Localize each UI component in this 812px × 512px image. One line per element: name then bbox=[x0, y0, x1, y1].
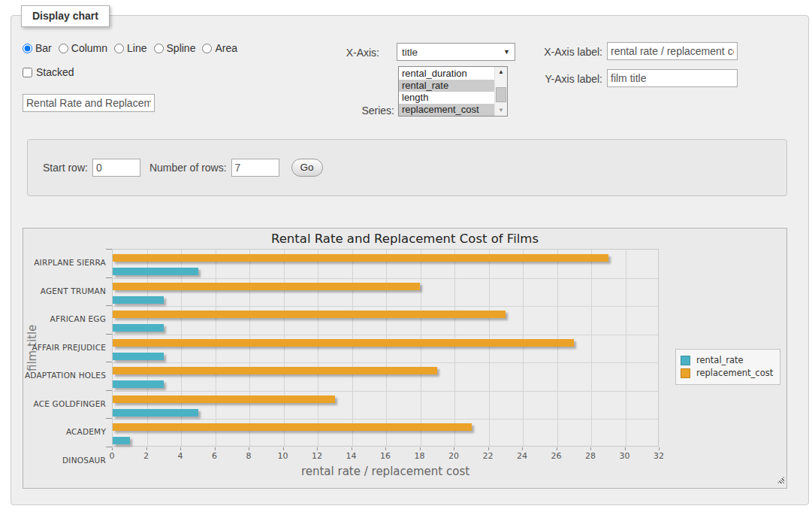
series-scrollbar[interactable]: ▲ ▼ bbox=[494, 67, 507, 116]
y-tick bbox=[106, 249, 112, 250]
x-axis-title: rental rate / replacement cost bbox=[112, 465, 659, 478]
chart-type-radio-label: Bar bbox=[35, 42, 52, 54]
x-tick bbox=[420, 447, 421, 450]
gridline bbox=[626, 250, 626, 446]
x-tick-label: 32 bbox=[647, 451, 670, 461]
start-row-input[interactable] bbox=[92, 159, 140, 177]
gridline bbox=[523, 250, 524, 446]
bar-rental_rate bbox=[113, 380, 164, 388]
chart-type-option-spline: Spline bbox=[154, 42, 196, 54]
legend-item-replacement_cost: replacement_cost bbox=[681, 368, 773, 378]
category-label: ACE GOLDFINGER bbox=[23, 390, 106, 419]
gridline bbox=[284, 250, 285, 446]
gridline bbox=[454, 250, 455, 446]
bar-replacement_cost bbox=[113, 423, 472, 431]
chart-type-option-column: Column bbox=[59, 42, 107, 54]
chart-type-radio-spline[interactable] bbox=[154, 44, 164, 53]
number-of-rows-label: Number of rows: bbox=[149, 162, 227, 174]
category-label: AIRPLANE SIERRA bbox=[23, 249, 106, 277]
category-label: AGENT TRUMAN bbox=[23, 277, 106, 306]
chart-title-input[interactable] bbox=[23, 94, 155, 112]
category-label: ACADEMY DINOSAUR bbox=[23, 418, 106, 447]
x-axis-label-input[interactable] bbox=[607, 42, 738, 60]
gridline bbox=[557, 250, 558, 446]
x-tick-label: 2 bbox=[135, 451, 158, 461]
series-option-rental_rate[interactable]: rental_rate bbox=[399, 80, 494, 92]
x-tick bbox=[215, 447, 216, 450]
y-axis-label-input[interactable] bbox=[607, 69, 738, 87]
x-tick bbox=[146, 447, 147, 450]
x-tick bbox=[454, 447, 454, 450]
scroll-up-icon[interactable]: ▲ bbox=[495, 67, 507, 77]
x-tick-label: 22 bbox=[477, 451, 500, 461]
scrollbar-thumb[interactable] bbox=[496, 87, 506, 102]
plot-area bbox=[112, 249, 659, 447]
y-tick bbox=[106, 277, 112, 278]
x-axis-select[interactable]: title ▼ bbox=[397, 43, 515, 61]
gridline bbox=[113, 419, 658, 420]
legend-swatch-icon bbox=[681, 368, 690, 378]
x-tick-label: 24 bbox=[511, 451, 533, 461]
bar-replacement_cost bbox=[113, 311, 506, 318]
y-tick bbox=[106, 390, 112, 391]
x-tick-label: 28 bbox=[579, 451, 602, 461]
x-axis-label-field-label: X-Axis label: bbox=[539, 46, 602, 58]
gridline bbox=[113, 391, 658, 392]
chart-container: Rental Rate and Replacement Cost of Film… bbox=[23, 228, 787, 489]
x-tick-label: 20 bbox=[442, 451, 465, 461]
gridline bbox=[249, 250, 250, 446]
gridline bbox=[421, 250, 421, 446]
x-tick bbox=[249, 447, 249, 450]
gridline bbox=[489, 250, 490, 446]
legend-item-rental_rate: rental_rate bbox=[681, 355, 773, 365]
gridline bbox=[591, 250, 592, 446]
x-tick bbox=[590, 447, 591, 450]
chart-legend: rental_ratereplacement_cost bbox=[675, 349, 780, 385]
series-multiselect[interactable]: rental_durationrental_ratelengthreplacem… bbox=[398, 66, 508, 117]
y-tick bbox=[106, 334, 112, 335]
bar-rental_rate bbox=[113, 409, 198, 417]
x-axis-select-value: title bbox=[402, 47, 418, 58]
y-tick bbox=[106, 447, 112, 447]
legend-label: rental_rate bbox=[696, 355, 744, 365]
legend-swatch-icon bbox=[681, 356, 690, 365]
category-label: AFRICAN EGG bbox=[23, 305, 106, 334]
x-tick bbox=[283, 447, 284, 450]
x-tick-label: 18 bbox=[409, 451, 431, 461]
chart-type-radio-area[interactable] bbox=[202, 44, 212, 53]
chart-type-radio-label: Spline bbox=[167, 42, 196, 54]
x-tick bbox=[659, 447, 660, 450]
chart-type-option-area: Area bbox=[202, 42, 237, 54]
series-select-label: Series: bbox=[331, 105, 394, 117]
go-button[interactable]: Go bbox=[291, 159, 323, 177]
category-label: AFFAIR PREJUDICE bbox=[23, 334, 106, 362]
gridline bbox=[113, 306, 658, 307]
chart-type-radio-line[interactable] bbox=[114, 44, 124, 53]
category-label: ADAPTATION HOLES bbox=[23, 362, 106, 390]
series-option-replacement_cost[interactable]: replacement_cost bbox=[399, 104, 494, 116]
x-tick-label: 26 bbox=[545, 451, 568, 461]
gridline bbox=[216, 250, 216, 446]
chart-type-radio-column[interactable] bbox=[59, 44, 68, 53]
x-tick bbox=[488, 447, 489, 450]
scroll-down-icon[interactable]: ▼ bbox=[495, 105, 507, 115]
series-option-rental_duration[interactable]: rental_duration bbox=[399, 68, 494, 80]
x-tick bbox=[112, 447, 113, 450]
x-tick-label: 8 bbox=[237, 451, 260, 461]
x-tick bbox=[385, 447, 386, 450]
chart-type-radio-label: Line bbox=[127, 42, 146, 54]
series-option-length[interactable]: length bbox=[399, 92, 494, 104]
x-tick bbox=[180, 447, 181, 450]
y-axis-label-field-label: Y-Axis label: bbox=[539, 73, 602, 85]
chart-title: Rental Rate and Replacement Cost of Film… bbox=[23, 232, 786, 246]
bar-replacement_cost bbox=[113, 283, 420, 290]
x-tick-label: 6 bbox=[204, 451, 226, 461]
resize-handle-icon[interactable] bbox=[777, 476, 784, 483]
x-tick-label: 12 bbox=[306, 451, 328, 461]
bar-rental_rate bbox=[113, 353, 164, 360]
stacked-checkbox[interactable] bbox=[23, 68, 32, 77]
chart-type-radio-bar[interactable] bbox=[23, 44, 32, 53]
legend-label: replacement_cost bbox=[696, 368, 773, 378]
x-tick bbox=[557, 447, 557, 450]
number-of-rows-input[interactable] bbox=[231, 159, 279, 177]
